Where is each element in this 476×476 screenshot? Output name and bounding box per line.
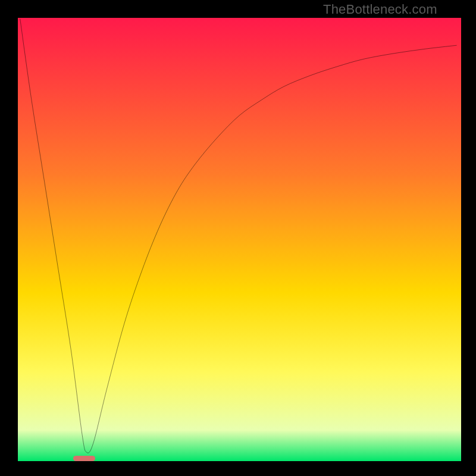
gradient-background: [18, 18, 461, 461]
optimum-marker: [73, 456, 95, 462]
chart-container: TheBottleneck.com: [0, 0, 476, 476]
plot-area: [18, 18, 461, 461]
watermark-text: TheBottleneck.com: [323, 2, 437, 17]
